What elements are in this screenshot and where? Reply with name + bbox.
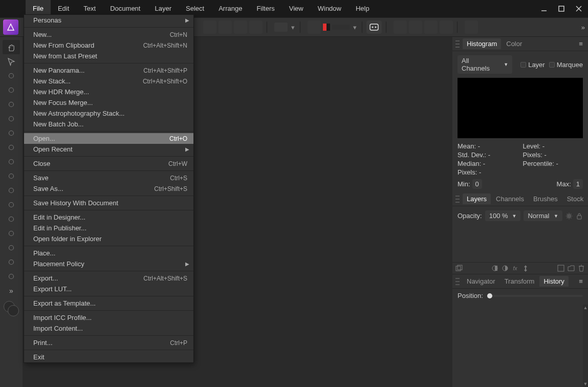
tool-crop[interactable] [3, 83, 20, 97]
menu-window[interactable]: Window [311, 0, 349, 17]
toolbar-button[interactable] [440, 20, 453, 34]
toolbar-button[interactable] [424, 20, 438, 34]
tool-hand[interactable] [3, 40, 20, 54]
toolbar-slider[interactable] [332, 25, 350, 30]
scrollbar[interactable]: ▲ ▼ [583, 305, 588, 387]
panel-menu-icon[interactable]: ≡ [577, 277, 585, 285]
menu-item-new-astrophotography-stack[interactable]: New Astrophotography Stack... [24, 108, 193, 119]
tool-freehand[interactable] [3, 69, 20, 83]
tool-heal[interactable] [3, 155, 20, 169]
toolbar-button[interactable] [219, 20, 232, 34]
marquee-checkbox[interactable]: Marquee [549, 61, 583, 69]
toolbar-button[interactable] [465, 20, 478, 34]
tab-history[interactable]: History [539, 276, 568, 287]
history-list[interactable]: ▲ ▼ [452, 305, 588, 387]
tool-mesh[interactable] [3, 241, 20, 255]
scroll-up-icon[interactable]: ▲ [583, 305, 588, 311]
tool-paint[interactable] [3, 140, 20, 155]
svg-rect-24 [456, 266, 461, 271]
menu-item-new-stack[interactable]: New Stack...Ctrl+Alt+Shift+O [24, 76, 193, 87]
menu-item-new-hdr-merge[interactable]: New HDR Merge... [24, 87, 193, 97]
panel-menu-icon[interactable]: ≡ [577, 40, 585, 48]
duplicate-layer-icon[interactable] [455, 265, 463, 272]
tab-layers[interactable]: Layers [463, 193, 491, 204]
add-layer-icon[interactable] [557, 265, 564, 272]
fx-icon[interactable]: fx [512, 265, 519, 272]
menu-view[interactable]: View [282, 0, 311, 17]
tool-marquee[interactable] [3, 126, 20, 140]
menu-item-placement-policy[interactable]: Placement Policy▶ [24, 259, 193, 269]
max-input[interactable]: 1 [573, 179, 583, 189]
menu-item-exit[interactable]: Exit [24, 352, 193, 362]
menu-item-open-recent[interactable]: Open Recent▶ [24, 144, 193, 155]
chevron-down-icon[interactable]: ▾ [290, 20, 296, 34]
tool-smudge[interactable] [3, 198, 20, 212]
channel-select[interactable]: All Channels ▼ [458, 55, 512, 74]
tool-blur[interactable] [3, 255, 20, 269]
color-compare-icon[interactable] [323, 24, 330, 31]
menu-item-personas[interactable]: Personas▶ [24, 15, 193, 26]
toolbar-button[interactable] [203, 20, 216, 34]
tool-brush-select[interactable] [3, 97, 20, 112]
menu-item-import-icc-profile[interactable]: Import ICC Profile... [24, 312, 193, 323]
gear-icon[interactable] [565, 212, 573, 220]
menu-item-new-batch-job[interactable]: New Batch Job... [24, 119, 193, 130]
tool-eyedropper[interactable] [3, 269, 20, 284]
panel-grip-icon[interactable] [455, 196, 460, 203]
panel-grip-icon[interactable] [455, 278, 460, 285]
menu-arrange[interactable]: Arrange [211, 0, 249, 17]
toolbar-button[interactable] [308, 20, 321, 34]
tool-sponge[interactable] [3, 226, 20, 241]
panel-grip-icon[interactable] [455, 40, 460, 48]
chevron-down-icon[interactable]: ▾ [352, 20, 358, 34]
tool-move[interactable] [3, 54, 20, 69]
scroll-down-icon[interactable]: ▼ [583, 381, 588, 387]
tab-histogram[interactable]: Histogram [463, 38, 501, 49]
tab-navigator[interactable]: Navigator [463, 276, 499, 287]
tab-brushes[interactable]: Brushes [529, 193, 562, 204]
layer-checkbox[interactable]: Layer [520, 61, 545, 69]
menu-item-new-from-clipboard[interactable]: New From ClipboardCtrl+Alt+Shift+N [24, 40, 193, 51]
toolbar-button[interactable] [249, 20, 263, 34]
layers-list[interactable] [458, 224, 583, 261]
color-wells[interactable] [4, 301, 19, 316]
tool-clone[interactable] [3, 169, 20, 183]
close-button[interactable] [573, 3, 585, 15]
group-icon[interactable] [568, 265, 575, 272]
toolbar-button[interactable] [409, 20, 422, 34]
tab-color[interactable]: Color [502, 38, 526, 49]
fill-swatch[interactable] [274, 23, 288, 32]
tab-transform[interactable]: Transform [500, 276, 539, 287]
menu-item-import-content[interactable]: Import Content... [24, 323, 193, 334]
tool-eraser[interactable] [3, 183, 20, 198]
maximize-button[interactable] [555, 3, 568, 15]
background-color[interactable] [8, 305, 19, 316]
toolbar-overflow-icon[interactable]: » [576, 24, 585, 31]
tool-flood-select[interactable] [3, 112, 20, 126]
menu-item-new-focus-merge[interactable]: New Focus Merge... [24, 97, 193, 108]
min-input[interactable]: 0 [472, 179, 482, 189]
svg-point-5 [372, 27, 374, 28]
adjustment-icon[interactable] [502, 265, 509, 272]
menu-item-new-from-last-preset[interactable]: New from Last Preset [24, 51, 193, 61]
toolbar-button[interactable] [394, 20, 407, 34]
tool-overflow-icon[interactable]: » [9, 287, 13, 295]
menu-item-open[interactable]: Open...Ctrl+O [24, 133, 193, 144]
menu-item-new[interactable]: New...Ctrl+N [24, 29, 193, 40]
toolbar-button[interactable] [234, 20, 247, 34]
blend-mode-select[interactable]: Normal ▼ [524, 210, 562, 221]
tool-dodge[interactable] [3, 212, 20, 226]
tab-stock[interactable]: Stock [563, 193, 588, 204]
lock-icon[interactable] [576, 212, 583, 220]
delete-icon[interactable] [578, 265, 585, 272]
live-filter-icon[interactable] [522, 265, 529, 272]
mask-icon[interactable] [491, 265, 498, 272]
menu-item-new-panorama[interactable]: New Panorama...Ctrl+Alt+Shift+P [24, 65, 193, 76]
tab-channels[interactable]: Channels [492, 193, 528, 204]
assistant-button[interactable] [366, 20, 382, 34]
menu-filters[interactable]: Filters [249, 0, 281, 17]
menu-help[interactable]: Help [349, 0, 377, 17]
minimize-button[interactable] [538, 3, 550, 15]
history-position-slider[interactable] [487, 295, 583, 297]
opacity-input[interactable]: 100 % ▼ [485, 210, 521, 221]
